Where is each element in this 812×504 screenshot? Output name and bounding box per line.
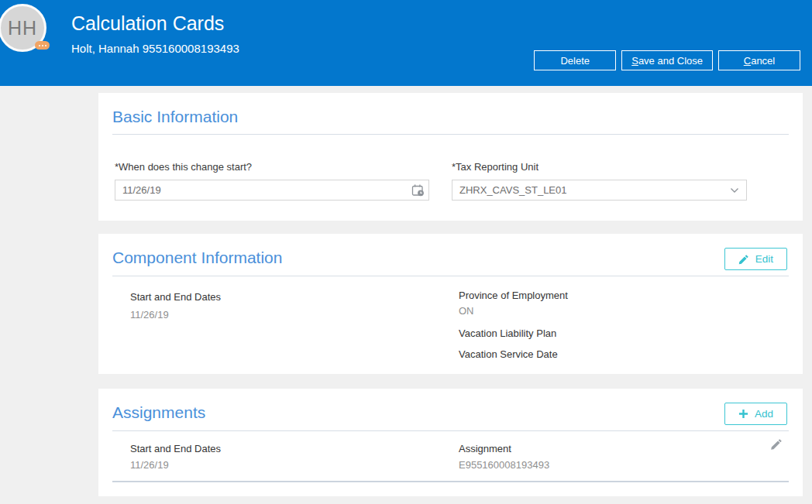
assignment-field: Assignment E955160008193493 [459,443,549,471]
basic-information-section: Basic Information *When does this change… [98,93,803,221]
tax-reporting-unit-select[interactable]: ZHRX_CAVS_ST_LE01 [452,180,747,201]
component-information-section: Component Information Edit Start and End… [98,234,803,374]
vacation-liability-plan-label: Vacation Liability Plan [459,327,568,340]
save-accesskey: S [631,55,638,67]
page-header: HH Calculation Cards Holt, Hannah 955160… [0,0,812,86]
change-start-label: *When does this change start? [115,161,429,173]
delete-button[interactable]: Delete [534,50,616,70]
calendar-clock-icon[interactable] [411,183,425,197]
save-and-close-button[interactable]: Save and Close [621,50,713,70]
start-end-dates-value: 11/26/19 [130,459,221,471]
chevron-down-icon [730,187,739,194]
section-title-basic-information: Basic Information [112,105,238,129]
start-end-dates-label: Start and End Dates [130,443,221,455]
divider [112,430,789,431]
basic-information-head: Basic Information [98,93,803,129]
add-button-label: Add [755,408,773,420]
page-title: Calculation Cards [71,12,239,35]
assignments-section: Assignments Add Start and End Dates 11/2… [98,389,803,496]
edit-button-label: Edit [755,253,773,265]
section-title-component-information: Component Information [112,246,282,269]
cancel-accesskey: C [744,55,751,67]
assignments-head: Assignments Add [98,389,803,425]
divider [112,276,789,276]
plus-icon [738,409,748,419]
cancel-button[interactable]: Cancel [718,50,800,70]
page: HH Calculation Cards Holt, Hannah 955160… [0,0,812,504]
add-button[interactable]: Add [724,403,787,425]
divider [112,481,789,482]
avatar[interactable]: HH [0,4,46,52]
pencil-icon [738,254,749,265]
tax-reporting-unit-value: ZHRX_CAVS_ST_LE01 [459,184,567,196]
change-start-date-input[interactable] [115,180,429,201]
component-start-end-dates: Start and End Dates 11/26/19 [130,291,221,321]
header-action-bar: Delete Save and Close Cancel [534,50,800,70]
save-label-rest: ave and Close [638,55,703,67]
tax-reporting-unit-label: *Tax Reporting Unit [452,161,747,173]
province-of-employment-label: Province of Employment [459,290,568,302]
ellipsis-badge-icon[interactable] [35,41,50,50]
component-detail-column: Province of Employment ON Vacation Liabi… [459,290,568,361]
assignment-value: E955160008193493 [459,459,549,471]
section-title-assignments: Assignments [112,401,205,424]
tax-reporting-unit-field: *Tax Reporting Unit ZHRX_CAVS_ST_LE01 [452,161,747,201]
header-titles: Calculation Cards Holt, Hannah 955160008… [71,12,239,55]
change-start-field: *When does this change start? [115,161,429,201]
assignment-start-end-dates: Start and End Dates 11/26/19 [130,443,221,471]
start-end-dates-label: Start and End Dates [130,291,221,303]
province-of-employment-value: ON [459,305,568,317]
divider [112,134,789,135]
avatar-initials: HH [8,17,37,39]
cancel-label-rest: ancel [751,55,775,67]
start-end-dates-value: 11/26/19 [130,309,221,321]
assignment-label: Assignment [459,443,549,455]
edit-button[interactable]: Edit [724,248,787,270]
page-subtitle: Holt, Hannah 955160008193493 [71,42,239,55]
vacation-service-date-label: Vacation Service Date [459,348,568,361]
component-information-head: Component Information Edit [98,234,803,270]
edit-assignment-pencil-icon[interactable] [770,438,783,451]
